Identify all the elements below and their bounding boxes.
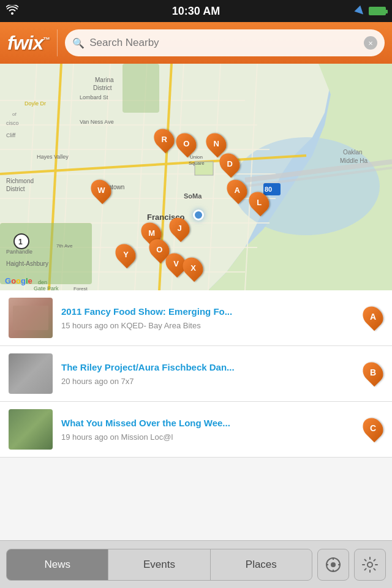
svg-text:District: District bbox=[6, 186, 25, 192]
news-thumbnail-c bbox=[9, 409, 53, 450]
svg-text:Panhandle: Panhandle bbox=[6, 249, 32, 255]
news-item-a[interactable]: 2011 Fancy Food Show: Emerging Fo... 15 … bbox=[0, 290, 392, 346]
news-thumbnail-b bbox=[9, 353, 53, 394]
map-pin-n[interactable]: N bbox=[207, 132, 225, 154]
news-pin-b: B bbox=[363, 361, 383, 386]
news-item-b[interactable]: The Riley Project/Aura Fischbeck Dan... … bbox=[0, 346, 392, 402]
map-pin-j[interactable]: J bbox=[170, 217, 189, 239]
svg-point-61 bbox=[368, 562, 372, 567]
news-content-b: The Riley Project/Aura Fischbeck Dan... … bbox=[61, 361, 354, 386]
svg-text:7th Ave: 7th Ave bbox=[56, 243, 73, 249]
svg-text:den: den bbox=[38, 279, 47, 285]
map-pin-o[interactable]: O bbox=[177, 132, 195, 154]
battery-icon bbox=[369, 7, 386, 15]
map-container[interactable]: Lombard St Van Ness Ave Hayes Valley SoM… bbox=[0, 64, 392, 290]
news-meta-c: 19 hours ago on Mission Loc@l bbox=[61, 432, 354, 442]
map-pin-x[interactable]: X bbox=[184, 257, 202, 279]
news-meta-a: 15 hours ago on KQED- Bay Area Bites bbox=[61, 321, 354, 330]
map-pin-o2[interactable]: O bbox=[150, 238, 168, 260]
wifi-icon bbox=[6, 5, 18, 17]
svg-text:SoMa: SoMa bbox=[184, 192, 202, 200]
svg-text:Doyle Dr: Doyle Dr bbox=[24, 100, 46, 107]
svg-text:Cliff: Cliff bbox=[6, 132, 16, 138]
tab-group: News Events Places bbox=[6, 549, 312, 581]
svg-point-56 bbox=[331, 562, 336, 567]
svg-text:Haight-Ashbury: Haight-Ashbury bbox=[6, 260, 48, 267]
svg-text:Oaklan: Oaklan bbox=[343, 149, 363, 156]
current-location-dot bbox=[193, 209, 204, 221]
news-item-c[interactable]: What You Missed Over the Long Wee... 19 … bbox=[0, 402, 392, 458]
news-title-b[interactable]: The Riley Project/Aura Fischbeck Dan... bbox=[61, 361, 354, 374]
app-header: fwix™ 🔍 × bbox=[0, 22, 392, 64]
svg-text:1: 1 bbox=[18, 238, 23, 246]
news-meta-b: 20 hours ago on 7x7 bbox=[61, 377, 354, 386]
news-pin-a: A bbox=[363, 306, 383, 330]
map-pin-l[interactable]: L bbox=[250, 191, 268, 213]
status-bar: 10:30 AM ▶ bbox=[0, 0, 392, 22]
settings-button[interactable] bbox=[354, 549, 386, 581]
status-left-icons bbox=[6, 5, 18, 17]
app-logo: fwix™ bbox=[7, 32, 50, 55]
tab-places[interactable]: Places bbox=[211, 549, 312, 580]
svg-text:cisco: cisco bbox=[6, 120, 19, 126]
svg-text:of: of bbox=[12, 111, 17, 117]
news-list: 2011 Fancy Food Show: Emerging Fo... 15 … bbox=[0, 290, 392, 540]
search-input[interactable] bbox=[89, 37, 359, 49]
map-pin-d[interactable]: D bbox=[221, 153, 239, 175]
news-title-a[interactable]: 2011 Fancy Food Show: Emerging Fo... bbox=[61, 306, 354, 318]
news-thumbnail-a bbox=[9, 298, 53, 338]
news-content-a: 2011 Fancy Food Show: Emerging Fo... 15 … bbox=[61, 306, 354, 330]
svg-text:Lombard St: Lombard St bbox=[80, 94, 108, 100]
svg-text:District: District bbox=[93, 85, 112, 91]
location-button[interactable] bbox=[317, 549, 349, 581]
tab-news[interactable]: News bbox=[7, 549, 108, 580]
svg-text:Van Ness Ave: Van Ness Ave bbox=[80, 119, 114, 125]
search-clear-button[interactable]: × bbox=[364, 36, 377, 50]
location-arrow-icon: ▶ bbox=[353, 3, 368, 18]
search-bar[interactable]: 🔍 × bbox=[65, 29, 385, 56]
svg-text:Middle Ha: Middle Ha bbox=[340, 157, 368, 164]
svg-text:Gate Park: Gate Park bbox=[34, 285, 59, 290]
svg-text:Forest: Forest bbox=[74, 286, 88, 290]
svg-text:Marina: Marina bbox=[95, 77, 114, 83]
status-time: 10:30 AM bbox=[172, 5, 220, 18]
map-pin-y[interactable]: Y bbox=[116, 243, 135, 265]
svg-text:Union: Union bbox=[190, 154, 203, 160]
news-title-c[interactable]: What You Missed Over the Long Wee... bbox=[61, 417, 354, 429]
tab-bar: News Events Places bbox=[0, 540, 392, 588]
map-pin-r[interactable]: R bbox=[155, 128, 173, 150]
header-divider bbox=[57, 29, 58, 56]
svg-rect-25 bbox=[123, 64, 159, 113]
svg-text:Square: Square bbox=[189, 160, 205, 166]
status-right-icons: ▶ bbox=[356, 4, 386, 18]
map-pin-a[interactable]: A bbox=[228, 179, 246, 201]
map-pin-w[interactable]: W bbox=[92, 179, 110, 201]
search-icon: 🔍 bbox=[72, 37, 85, 49]
news-pin-c: C bbox=[363, 417, 383, 442]
svg-text:Hayes Valley: Hayes Valley bbox=[37, 154, 69, 160]
news-content-c: What You Missed Over the Long Wee... 19 … bbox=[61, 417, 354, 442]
tab-events[interactable]: Events bbox=[108, 549, 210, 580]
google-watermark: Google bbox=[5, 276, 32, 285]
svg-text:Richmond: Richmond bbox=[6, 178, 34, 184]
